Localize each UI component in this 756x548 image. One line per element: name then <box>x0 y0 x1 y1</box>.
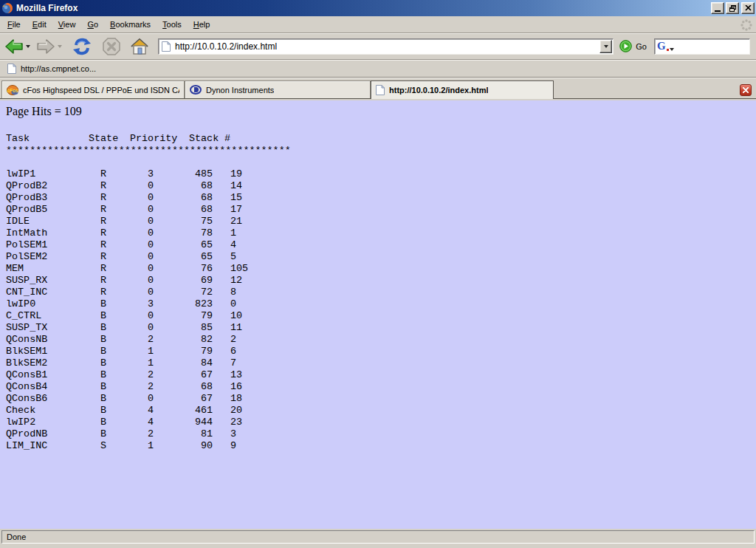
cell-state: R <box>100 168 106 179</box>
cell-stack: 68 <box>154 192 213 203</box>
search-input[interactable] <box>676 41 756 52</box>
table-row: QConsB4B26816 <box>0 381 756 393</box>
cell-number: 13 <box>230 369 242 380</box>
tab-2[interactable]: Dynon Instruments <box>185 81 371 98</box>
go-label[interactable]: Go <box>636 42 647 51</box>
cell-task: C_CTRL <box>6 310 41 321</box>
menu-file[interactable]: File <box>1 18 27 31</box>
table-row: LIM_INCS1909 <box>0 440 756 452</box>
cell-task: BlkSEM2 <box>6 357 47 369</box>
cell-priority: 1 <box>148 440 154 451</box>
table-row: QProdB3R06815 <box>0 192 756 204</box>
table-row: C_CTRLB07910 <box>0 310 756 322</box>
cell-number: 23 <box>230 417 242 428</box>
cell-task: lwIP2 <box>6 417 35 428</box>
table-row: BlkSEM2B1847 <box>0 357 756 369</box>
cell-state: B <box>100 357 106 369</box>
header-state: State <box>89 133 118 144</box>
cell-stack: 485 <box>154 168 213 179</box>
go-button[interactable] <box>619 40 632 52</box>
menu-tools[interactable]: Tools <box>157 18 188 31</box>
cell-priority: 0 <box>148 263 154 274</box>
menu-bookmarks[interactable]: Bookmarks <box>104 18 157 31</box>
cell-task: QProdB3 <box>6 192 47 203</box>
table-row: QProdB2R06814 <box>0 180 756 192</box>
cell-stack: 79 <box>154 346 213 357</box>
header-task: Task <box>6 133 30 144</box>
cell-task: IDLE <box>6 216 30 227</box>
cell-state: B <box>100 369 106 380</box>
tab-label: Dynon Instruments <box>206 86 274 95</box>
menu-go[interactable]: Go <box>81 18 104 31</box>
cell-task: MEM <box>6 263 24 274</box>
url-dropdown-button[interactable] <box>599 40 612 53</box>
table-row: SUSP_RXR06912 <box>0 275 756 287</box>
url-input[interactable] <box>175 41 599 52</box>
menu-help[interactable]: Help <box>188 18 216 31</box>
cell-state: B <box>100 381 106 392</box>
cell-priority: 0 <box>148 287 154 298</box>
titlebar: Mozilla Firefox <box>0 0 756 16</box>
cell-stack: 72 <box>154 287 213 298</box>
search-bar: G <box>654 38 750 55</box>
cell-priority: 0 <box>148 204 154 215</box>
close-tab-button[interactable] <box>740 84 752 96</box>
cell-number: 3 <box>230 428 236 439</box>
forward-dropdown-button[interactable] <box>55 35 63 58</box>
bookmark-item[interactable]: http://as.cmpnet.co... <box>4 62 99 75</box>
cell-state: B <box>100 334 106 345</box>
cell-task: QConsB1 <box>6 369 47 380</box>
cell-priority: 0 <box>148 239 154 250</box>
cell-task: lwIP0 <box>6 298 35 309</box>
menu-view[interactable]: View <box>52 18 82 31</box>
statusbar: Done <box>0 529 756 548</box>
tab-3[interactable]: http://10.0.10.2/index.html <box>371 81 554 99</box>
tab-bar: cFoscFos Highspeed DSL / PPPoE und ISDN … <box>0 78 756 100</box>
table-row: QProdNBB2813 <box>0 428 756 440</box>
cell-stack: 78 <box>154 227 213 239</box>
forward-button[interactable] <box>36 35 55 58</box>
cell-state: B <box>100 393 106 404</box>
cell-number: 20 <box>230 405 242 416</box>
cell-task: SUSP_RX <box>6 275 47 286</box>
stop-button[interactable] <box>100 35 123 58</box>
cell-state: B <box>100 298 106 309</box>
back-button[interactable] <box>4 35 24 58</box>
page-icon <box>7 64 16 74</box>
minimize-button[interactable] <box>711 2 724 14</box>
google-icon[interactable]: G <box>657 41 674 52</box>
cell-priority: 2 <box>148 381 154 392</box>
cell-number: 18 <box>230 393 242 404</box>
cell-number: 15 <box>230 192 242 203</box>
window-title: Mozilla Firefox <box>16 3 709 13</box>
table-header-row: Task State Priority Stack # <box>0 133 756 145</box>
cell-stack: 67 <box>154 369 213 380</box>
cell-stack: 68 <box>154 381 213 392</box>
cell-stack: 81 <box>154 428 213 439</box>
cell-stack: 68 <box>154 204 213 215</box>
cell-stack: 69 <box>154 275 213 286</box>
cell-stack: 79 <box>154 310 213 321</box>
cell-priority: 3 <box>148 298 154 309</box>
tab-1[interactable]: cFoscFos Highspeed DSL / PPPoE und ISDN … <box>1 81 185 98</box>
cell-state: R <box>100 263 106 274</box>
home-button[interactable] <box>128 35 151 58</box>
cell-number: 11 <box>230 322 242 333</box>
cell-stack: 461 <box>154 405 213 416</box>
menu-edit[interactable]: Edit <box>27 18 52 31</box>
cell-state: R <box>100 192 106 203</box>
cell-stack: 944 <box>154 417 213 428</box>
cell-priority: 2 <box>148 428 154 439</box>
cell-state: B <box>100 310 106 321</box>
back-dropdown-button[interactable] <box>24 35 32 58</box>
table-rows: lwIP1R348519QProdB2R06814QProdB3R06815QP… <box>0 168 756 452</box>
cell-priority: 0 <box>148 322 154 333</box>
reload-button[interactable] <box>71 35 93 58</box>
close-button[interactable] <box>741 2 755 14</box>
tab-label: http://10.0.10.2/index.html <box>389 86 488 95</box>
page-hits-text: Page Hits = 109 <box>6 105 82 118</box>
cell-stack: 84 <box>154 357 213 369</box>
cell-number: 2 <box>230 334 236 345</box>
cell-number: 5 <box>230 251 236 262</box>
restore-button[interactable] <box>726 2 739 14</box>
